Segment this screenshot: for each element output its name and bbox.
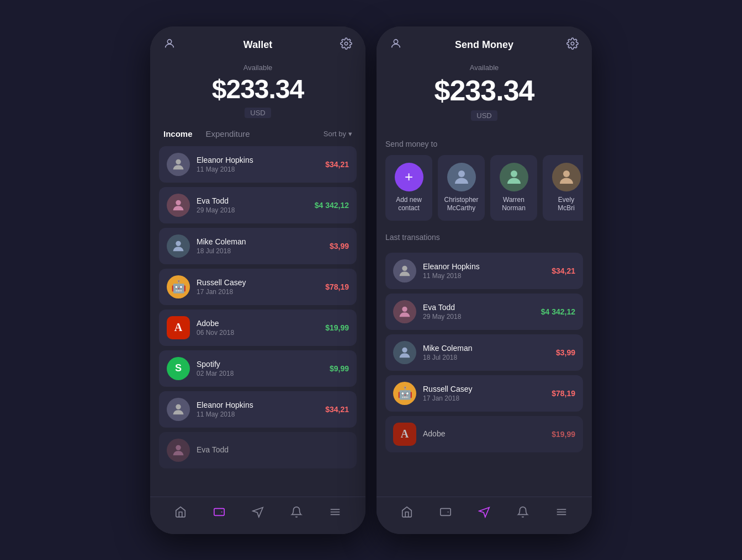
send-transaction-list: Eleanor Hopkins 11 May 2018 $34,21 Eva T… [377,253,592,497]
table-row[interactable]: Eleanor Hopkins 11 May 2018 $34,21 [159,146,357,183]
menu-nav-icon[interactable] [325,504,346,523]
avatar: A [167,316,190,339]
table-row[interactable]: A Adobe $19,99 [385,416,583,452]
tx-name: Eleanor Hopkins [197,156,319,164]
tab-income[interactable]: Income [163,129,193,138]
bell-nav-icon[interactable] [512,504,533,523]
svg-point-19 [402,347,407,352]
tx-amount: $34,21 [552,266,575,275]
tx-amount: $4 342,12 [315,201,349,210]
svg-point-16 [563,170,570,177]
home-nav-icon[interactable] [396,504,417,523]
add-contact-icon: + [395,163,423,191]
tx-date: 18 Jul 2018 [197,247,323,255]
table-row[interactable]: 🤖 Russell Casey 17 Jan 2018 $78,19 [385,375,583,412]
transaction-tabs: Income Expenditure Sort by ▾ [150,129,365,138]
wallet-header: Wallet [150,26,365,58]
add-contact-label: Add new contact [392,196,426,213]
contact-warren[interactable]: Warren Norman [490,155,537,221]
table-row[interactable]: S Spotify 02 Mar 2018 $9,99 [159,350,357,387]
tx-amount: $34,21 [325,160,349,169]
svg-point-15 [511,170,517,177]
sort-by-label: Sort by [324,130,346,138]
table-row[interactable]: Eleanor Hopkins 11 May 2018 $34,21 [385,253,583,289]
svg-point-4 [176,241,181,246]
chevron-down-icon: ▾ [348,130,352,138]
avatar: 🤖 [393,382,416,405]
tx-amount: $78,19 [325,282,349,291]
settings-icon[interactable] [566,38,579,52]
tx-amount: $3,99 [330,242,349,250]
tx-amount: $4 342,12 [541,307,575,316]
send-to-section: Send money to + Add new contact Christop… [377,132,592,225]
last-transactions-label: Last transations [385,233,583,242]
table-row[interactable]: Eva Todd 29 May 2018 $4 342,12 [385,294,583,330]
tx-name: Eva Todd [197,196,308,205]
tab-expenditure[interactable]: Expenditure [206,129,250,138]
send-balance-section: Available $233.34 USD [377,58,592,132]
tx-date: 06 Nov 2018 [197,329,319,337]
tx-name: Spotify [197,360,323,369]
tx-name: Eva Todd [423,303,534,312]
tx-date: 29 May 2018 [423,313,534,321]
wallet-nav-icon[interactable] [435,504,456,523]
last-transactions-section: Last transations [377,225,592,253]
tx-name: Russell Casey [423,385,545,393]
table-row[interactable]: Mike Coleman 18 Jul 2018 $3,99 [385,334,583,371]
balance-currency: USD [471,110,497,121]
balance-currency: USD [245,108,271,118]
table-row[interactable]: Eleanor Hopkins 11 May 2018 $34,21 [159,391,357,428]
table-row[interactable]: Eva Todd [159,432,357,468]
wallet-nav-icon[interactable] [209,504,230,523]
avatar [552,163,581,191]
send-nav-icon[interactable] [247,504,268,523]
balance-section: Available $233.34 USD [150,58,365,129]
contact-evely[interactable]: Evely McBri [543,155,583,221]
profile-icon[interactable] [390,38,402,52]
contact-christopher[interactable]: Christopher McCarthy [438,155,485,221]
send-nav-icon[interactable] [474,504,495,523]
wallet-phone: Wallet Available $233.34 USD Income Expe… [150,26,365,534]
avatar [167,234,190,258]
table-row[interactable]: Eva Todd 29 May 2018 $4 342,12 [159,187,357,223]
tx-amount: $3,99 [556,348,575,357]
svg-point-5 [176,404,181,409]
svg-point-2 [176,159,181,164]
contact-name: Warren Norman [497,196,531,213]
avatar: S [167,357,190,380]
svg-rect-20 [441,508,451,515]
bottom-nav [150,497,365,534]
avatar [393,300,416,323]
svg-marker-8 [253,507,263,516]
contact-name: Evely McBri [549,196,583,213]
avatar [393,341,416,364]
avatar: 🤖 [167,275,190,298]
send-money-phone: Send Money Available $233.34 USD Send mo… [377,26,592,534]
profile-icon[interactable] [163,38,176,52]
table-row[interactable]: A Adobe 06 Nov 2018 $19,99 [159,310,357,346]
sort-by-button[interactable]: Sort by ▾ [324,130,352,138]
svg-point-12 [394,39,398,43]
bell-nav-icon[interactable] [286,504,307,523]
settings-icon[interactable] [340,38,352,52]
table-row[interactable]: Mike Coleman 18 Jul 2018 $3,99 [159,228,357,264]
available-label: Available [377,63,592,72]
svg-point-17 [402,265,407,270]
avatar: A [393,423,416,446]
menu-nav-icon[interactable] [551,504,572,523]
svg-point-1 [344,42,348,45]
send-money-header: Send Money [377,26,592,58]
contacts-row: + Add new contact Christopher McCarthy [385,155,583,221]
send-money-screen: Send Money Available $233.34 USD Send mo… [377,26,592,534]
send-money-title: Send Money [455,39,513,51]
svg-point-6 [176,445,181,450]
tx-name: Adobe [423,429,545,438]
tx-name: Adobe [197,319,319,328]
add-contact-card[interactable]: + Add new contact [385,155,432,221]
home-nav-icon[interactable] [170,504,191,523]
tx-name: Eleanor Hopkins [197,401,319,409]
tx-name: Eleanor Hopkins [423,262,545,271]
svg-marker-21 [479,507,489,516]
tx-date: 02 Mar 2018 [197,370,323,377]
table-row[interactable]: 🤖 Russell Casey 17 Jan 2018 $78,19 [159,269,357,305]
